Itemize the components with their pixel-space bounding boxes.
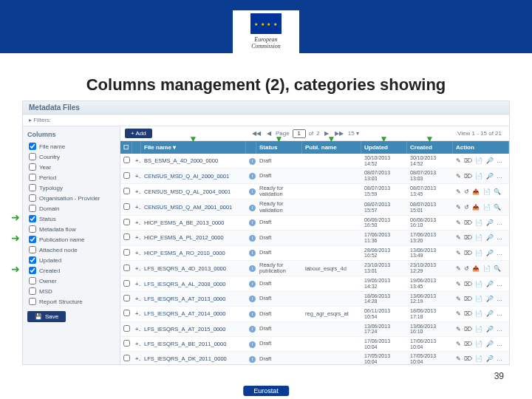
sidebar-item[interactable]: ➜Status xyxy=(27,214,115,224)
expand-icon[interactable]: + xyxy=(132,202,141,212)
row-checkbox[interactable] xyxy=(120,202,132,213)
hdr-publ-name[interactable]: ▼Publ. name xyxy=(302,141,361,154)
sidebar-item[interactable]: Updated xyxy=(27,255,115,265)
table-row[interactable]: +BS_ESMS_A_4D_2000_0000iDraft30/10/2013 … xyxy=(120,154,509,168)
cell-actions[interactable]: ✎ ↺ 📤 📄 🔍 xyxy=(453,187,509,197)
table-row[interactable]: +HICP_ESMS_A_RO_2010_0000iDraft28/06/201… xyxy=(120,246,509,261)
row-checkbox[interactable] xyxy=(120,279,132,290)
cell-file-name[interactable]: LFS_IESQRS_A_AT_2013_0000 xyxy=(141,294,246,304)
row-checkbox[interactable] xyxy=(120,353,132,364)
cell-actions[interactable]: ✎ ⌦ 📄 🔎 ✎ 🔍 xyxy=(453,156,509,166)
pager-prev[interactable]: ◀ xyxy=(265,130,273,137)
cell-actions[interactable]: ✎ ⌦ 📄 🔎 ✎ 🔍 xyxy=(453,233,509,242)
hdr-checkbox[interactable]: ☐ xyxy=(120,141,132,154)
cell-file-name[interactable]: CENSUS_MSD_Q_AI_2000_0001 xyxy=(141,171,246,181)
hdr-created[interactable]: ▼Created xyxy=(407,141,453,154)
expand-icon[interactable]: + xyxy=(132,354,141,364)
row-checkbox[interactable] xyxy=(120,338,132,349)
sidebar-item[interactable]: Typology xyxy=(27,183,115,193)
table-row[interactable]: +LFS_IESQRS_A_4D_2013_0000iReady for pub… xyxy=(120,261,509,277)
cell-file-name[interactable]: HICP_ESMS_A_BE_2013_0000 xyxy=(141,218,246,228)
cell-file-name[interactable]: LFS_IESQRS_A_AL_2008_0000 xyxy=(141,279,246,289)
expand-icon[interactable]: + xyxy=(132,279,141,289)
cell-actions[interactable]: ✎ ↺ 📤 📄 🔍 xyxy=(453,264,509,273)
sidebar-item[interactable]: ➜Created xyxy=(27,265,115,276)
column-checkbox[interactable] xyxy=(29,236,36,243)
sidebar-item[interactable]: Country xyxy=(27,151,115,162)
info-icon[interactable]: i xyxy=(246,293,256,304)
column-checkbox[interactable] xyxy=(29,256,36,264)
cell-file-name[interactable]: CENSUS_MSD_Q_AM_2001_0001 xyxy=(141,202,246,212)
hdr-status[interactable]: ▼Status xyxy=(256,141,302,154)
table-row[interactable]: +LFS_IESQRS_A_AT_2013_0000iDraft18/06/20… xyxy=(120,292,509,307)
cell-actions[interactable]: ✎ ⌦ 📄 🔎 ✎ 🔍 xyxy=(453,171,509,181)
info-icon[interactable]: i xyxy=(246,263,256,273)
cell-file-name[interactable]: LFS_IESQRS_A_4D_2013_0000 xyxy=(141,264,246,273)
row-checkbox[interactable] xyxy=(120,186,132,197)
expand-icon[interactable]: + xyxy=(132,339,141,349)
cell-actions[interactable]: ✎ ⌦ 📄 🔎 ✎ 🔍 xyxy=(453,354,509,364)
cell-file-name[interactable]: LFS_IESQRS_A_AT_2014_0000 xyxy=(141,309,246,318)
cell-file-name[interactable]: LFS_IESQRS_A_BE_2011_0000 xyxy=(141,339,246,349)
cell-file-name[interactable]: CENSUS_MSD_Q_AL_2004_0001 xyxy=(141,187,246,197)
sidebar-item[interactable]: Metadata flow xyxy=(27,224,115,234)
row-checkbox[interactable] xyxy=(120,217,132,228)
expand-icon[interactable]: + xyxy=(132,294,141,304)
sidebar-item[interactable]: MSD xyxy=(27,286,115,296)
info-icon[interactable]: i xyxy=(246,279,256,289)
cell-actions[interactable]: ✎ ⌦ 📄 🔎 ✎ 🔍 xyxy=(453,279,509,289)
row-checkbox[interactable] xyxy=(120,155,132,166)
pager-page-input[interactable] xyxy=(293,129,306,138)
table-row[interactable]: +LFS_IESQRS_A_BE_2011_0000iDraft17/06/20… xyxy=(120,337,509,352)
column-checkbox[interactable] xyxy=(29,246,36,253)
column-checkbox[interactable] xyxy=(29,277,36,284)
expand-icon[interactable]: + xyxy=(132,264,141,273)
info-icon[interactable]: i xyxy=(246,309,256,319)
cell-actions[interactable]: ✎ ⌦ 📄 🔎 ✎ 🔍 xyxy=(453,339,509,349)
row-checkbox[interactable] xyxy=(120,308,132,319)
info-icon[interactable]: i xyxy=(246,248,256,258)
table-row[interactable]: +LFS_IESQRS_A_AL_2008_0000iDraft19/06/20… xyxy=(120,276,509,291)
cell-actions[interactable]: ✎ ⌦ 📄 🔎 ✎ 🔍 xyxy=(453,309,509,318)
save-button[interactable]: 💾 Save xyxy=(27,311,66,322)
column-checkbox[interactable] xyxy=(29,298,36,305)
cell-actions[interactable]: ✎ ⌦ 📄 🔎 ✎ 🔍 xyxy=(453,294,509,304)
sidebar-item[interactable]: Period xyxy=(27,172,115,183)
column-checkbox[interactable] xyxy=(29,215,36,222)
info-icon[interactable]: i xyxy=(246,186,256,197)
table-row[interactable]: +HICP_ESMS_A_BE_2013_0000iDraft06/06/201… xyxy=(120,216,509,231)
table-row[interactable]: +LFS_IESQRS_A_AT_2015_0000iDraft13/06/20… xyxy=(120,322,509,337)
expand-icon[interactable]: + xyxy=(132,309,141,318)
table-row[interactable]: +LFS_IESQRS_A_AT_2014_0000iDraftreg_agr_… xyxy=(120,307,509,321)
cell-file-name[interactable]: LFS_IESQRS_A_AT_2015_0000 xyxy=(141,324,246,334)
column-checkbox[interactable] xyxy=(29,225,36,233)
column-checkbox[interactable] xyxy=(29,184,36,191)
table-row[interactable]: +CENSUS_MSD_Q_AM_2001_0001iReady for val… xyxy=(120,200,509,216)
sidebar-item[interactable]: Organisation - Provider xyxy=(27,193,115,203)
expand-icon[interactable]: + xyxy=(132,218,141,228)
row-checkbox[interactable] xyxy=(120,171,132,182)
expand-icon[interactable]: + xyxy=(132,156,141,166)
column-checkbox[interactable] xyxy=(29,267,36,274)
column-checkbox[interactable] xyxy=(29,287,36,295)
cell-file-name[interactable]: BS_ESMS_A_4D_2000_0000 xyxy=(141,156,246,166)
sidebar-item[interactable]: Year xyxy=(27,162,115,172)
info-icon[interactable]: i xyxy=(246,324,256,334)
expand-icon[interactable]: + xyxy=(132,171,141,181)
column-checkbox[interactable] xyxy=(29,163,36,171)
cell-actions[interactable]: ✎ ↺ 📤 📄 🔍 xyxy=(453,202,509,212)
sidebar-item[interactable]: File name xyxy=(27,141,115,151)
info-icon[interactable]: i xyxy=(246,202,256,213)
sidebar-item[interactable]: Owner xyxy=(27,276,115,286)
info-icon[interactable]: i xyxy=(246,156,256,166)
sidebar-item[interactable]: Attached node xyxy=(27,245,115,255)
cell-file-name[interactable]: HICP_ESMS_A_RO_2010_0000 xyxy=(141,248,246,258)
column-checkbox[interactable] xyxy=(29,174,36,181)
hdr-updated[interactable]: ▼Updated xyxy=(361,141,407,154)
row-checkbox[interactable] xyxy=(120,232,132,243)
row-checkbox[interactable] xyxy=(120,324,132,335)
cell-actions[interactable]: ✎ ⌦ 📄 🔎 ✎ 🔍 xyxy=(453,324,509,334)
expand-icon[interactable]: + xyxy=(132,324,141,334)
sidebar-item[interactable]: Domain xyxy=(27,203,115,214)
column-checkbox[interactable] xyxy=(29,153,36,160)
